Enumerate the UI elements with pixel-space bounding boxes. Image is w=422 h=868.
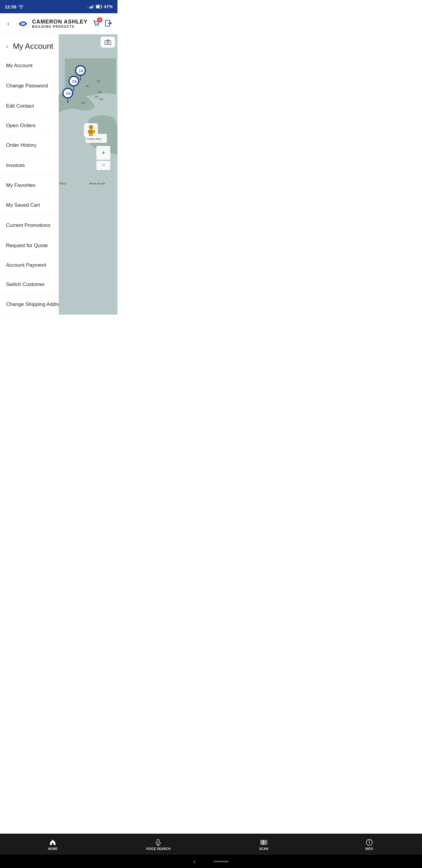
status-time: 12:59 bbox=[5, 4, 16, 9]
menu-item-request-for-quote[interactable]: Request for Quote $ bbox=[0, 236, 118, 256]
status-dot: · bbox=[86, 4, 87, 9]
svg-rect-4 bbox=[93, 5, 94, 8]
svg-text:$: $ bbox=[107, 243, 109, 247]
orders-icon bbox=[104, 122, 111, 130]
menu-item-change-shipping-address[interactable]: Change Shipping Address bbox=[0, 294, 118, 315]
status-bar: 12:59 · 67% bbox=[0, 0, 118, 13]
svg-rect-7 bbox=[96, 6, 99, 8]
menu-item-account-payment[interactable]: Account Payment bbox=[0, 256, 118, 275]
svg-rect-6 bbox=[102, 6, 102, 7]
wifi-icon bbox=[18, 4, 24, 9]
logo: C CAMERON ASHLEY BUILDING PRODUCTS bbox=[16, 17, 87, 30]
svg-point-32 bbox=[105, 281, 107, 284]
status-left: 12:59 bbox=[5, 4, 24, 9]
menu-item-switch-customer[interactable]: Switch Customer bbox=[0, 275, 118, 294]
header-icons: 0 bbox=[92, 19, 112, 29]
svg-rect-24 bbox=[105, 201, 111, 207]
svg-rect-26 bbox=[107, 205, 110, 207]
svg-point-14 bbox=[107, 62, 109, 65]
cart-badge: 0 bbox=[97, 17, 102, 23]
logo-main: CAMERON ASHLEY bbox=[32, 19, 87, 25]
svg-point-34 bbox=[108, 302, 109, 304]
payment-icon bbox=[104, 261, 111, 269]
invoice-icon bbox=[105, 161, 111, 170]
history-icon bbox=[104, 141, 111, 150]
heart-icon bbox=[104, 181, 111, 190]
save-icon bbox=[105, 201, 111, 210]
switch-customer-icon bbox=[104, 280, 111, 289]
logo-icon: C bbox=[16, 17, 30, 30]
svg-point-10 bbox=[95, 25, 96, 26]
menu-back-button[interactable]: ‹ bbox=[6, 43, 8, 50]
battery-percent: 67% bbox=[104, 4, 112, 9]
quote-icon: $ bbox=[105, 241, 111, 250]
lock-icon bbox=[105, 82, 111, 90]
svg-rect-30 bbox=[104, 264, 111, 265]
person-icon bbox=[104, 61, 111, 70]
menu-item-my-account[interactable]: My Account bbox=[0, 56, 118, 76]
battery-icon bbox=[96, 5, 102, 8]
svg-text:C: C bbox=[22, 22, 24, 26]
menu-item-current-promotions[interactable]: Current Promotions bbox=[0, 216, 118, 236]
menu-item-my-saved-cart[interactable]: My Saved Cart bbox=[0, 195, 118, 216]
svg-point-33 bbox=[109, 281, 110, 283]
svg-point-11 bbox=[98, 25, 99, 26]
menu-title: My Account bbox=[13, 41, 53, 51]
signal-icon bbox=[89, 5, 94, 8]
account-menu: ‹ My Account My Account Change Password bbox=[0, 34, 118, 315]
header-back-button[interactable]: ‹ bbox=[5, 19, 12, 29]
logo-text: CAMERON ASHLEY BUILDING PRODUCTS bbox=[32, 19, 87, 28]
logout-icon bbox=[104, 19, 112, 27]
svg-point-17 bbox=[107, 103, 109, 105]
contact-icon bbox=[105, 101, 111, 111]
status-right: · 67% bbox=[86, 4, 112, 9]
menu-item-invoices[interactable]: Invoices bbox=[0, 156, 118, 176]
menu-items-list: My Account Change Password bbox=[0, 56, 118, 315]
menu-item-edit-contact[interactable]: Edit Contact bbox=[0, 96, 118, 116]
app-header: ‹ C CAMERON ASHLEY BUILDING PRODUCTS 0 bbox=[0, 13, 118, 34]
menu-item-change-password[interactable]: Change Password bbox=[0, 76, 118, 96]
svg-rect-25 bbox=[107, 201, 110, 204]
logo-sub: BUILDING PRODUCTS bbox=[32, 25, 87, 28]
menu-item-open-orders[interactable]: Open Orders bbox=[0, 116, 118, 135]
shipping-address-icon bbox=[105, 300, 111, 309]
star-icon bbox=[104, 221, 111, 230]
main-content: ‹ My Account My Account Change Password bbox=[0, 34, 118, 315]
svg-rect-3 bbox=[92, 6, 93, 8]
logout-button[interactable] bbox=[104, 19, 112, 29]
svg-rect-31 bbox=[105, 266, 106, 266]
cart-button[interactable]: 0 bbox=[92, 19, 101, 29]
svg-point-0 bbox=[21, 7, 22, 9]
menu-header: ‹ My Account bbox=[0, 34, 118, 56]
svg-rect-15 bbox=[106, 84, 110, 88]
svg-rect-2 bbox=[90, 6, 91, 8]
menu-item-my-favorites[interactable]: My Favorites bbox=[0, 176, 118, 195]
menu-item-order-history[interactable]: Order History bbox=[0, 135, 118, 156]
svg-rect-1 bbox=[89, 7, 90, 8]
